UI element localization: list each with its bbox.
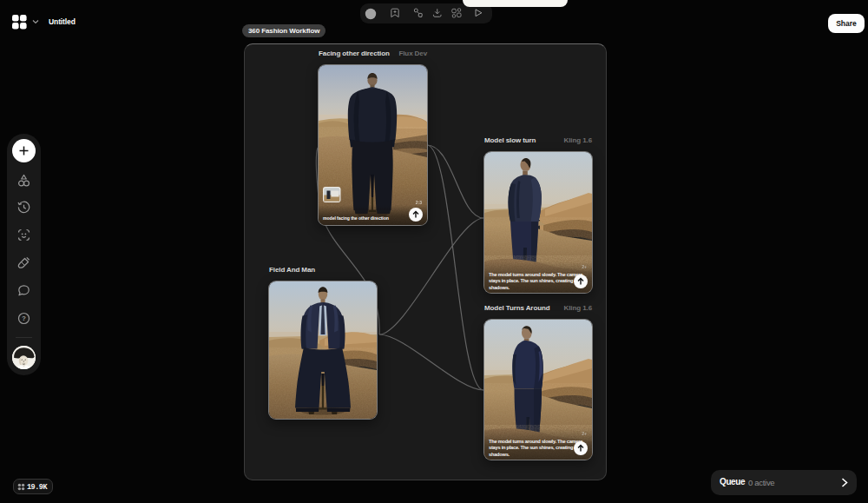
- svg-text:?: ?: [22, 314, 26, 322]
